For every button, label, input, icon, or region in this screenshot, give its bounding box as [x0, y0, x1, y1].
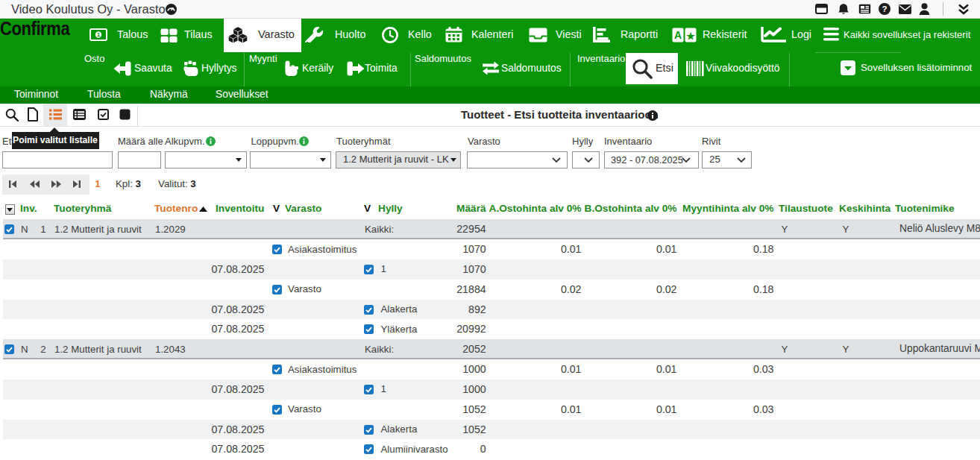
svg-text:?: ? [882, 4, 887, 13]
svg-text:1: 1 [97, 31, 101, 38]
svg-text:★: ★ [686, 31, 695, 42]
svg-text:A: A [674, 29, 682, 41]
